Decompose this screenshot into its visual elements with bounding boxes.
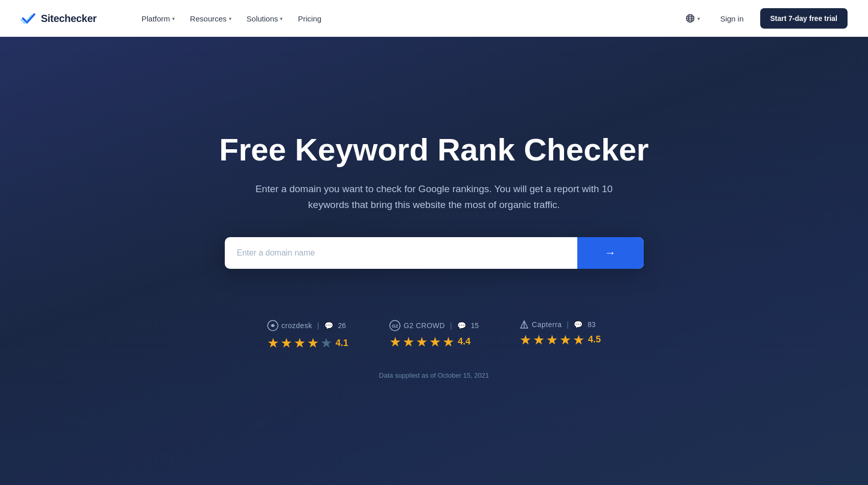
g2crowd-rating: G2 G2 CROWD | 💬 15 ★ ★ ★ ★ ★ 4.4 (389, 320, 479, 349)
nav-item-platform[interactable]: Platform ▾ (135, 10, 181, 27)
crozdesk-rating: crozdesk | 💬 26 ★ ★ ★ ★ ★ 4.1 (267, 320, 348, 351)
nav-item-solutions[interactable]: Solutions ▾ (241, 10, 289, 27)
capterra-icon (520, 320, 529, 329)
capterra-label: Capterra (532, 320, 561, 329)
logo-icon (20, 12, 37, 25)
logo-link[interactable]: Sitechecker (20, 12, 97, 25)
capterra-score: 4.5 (588, 334, 601, 345)
globe-chevron-icon: ▾ (697, 16, 700, 21)
g2crowd-icon: G2 (389, 320, 401, 331)
sign-in-link[interactable]: Sign in (714, 10, 750, 27)
ratings-section: crozdesk | 💬 26 ★ ★ ★ ★ ★ 4.1 (267, 320, 601, 351)
divider-2: | (450, 321, 452, 330)
capterra-header: Capterra | 💬 83 (520, 320, 596, 329)
nav-menu: Platform ▾ Resources ▾ Solutions ▾ Prici… (115, 0, 348, 37)
domain-search-input[interactable] (225, 237, 577, 269)
platform-chevron-icon: ▾ (172, 16, 175, 21)
capterra-rating: Capterra | 💬 83 ★ ★ ★ ★ ★ 4.5 (520, 320, 601, 347)
search-form: → (225, 237, 644, 269)
hero-subtitle: Enter a domain you want to check for Goo… (240, 181, 628, 213)
nav-item-pricing[interactable]: Pricing (292, 10, 327, 27)
g2crowd-header: G2 G2 CROWD | 💬 15 (389, 320, 479, 331)
g2crowd-logo: G2 G2 CROWD (389, 320, 445, 331)
crozdesk-review-count: 26 (338, 321, 346, 330)
divider-3: | (567, 320, 569, 329)
crozdesk-score: 4.1 (336, 338, 348, 349)
nav-right: ▾ Sign in Start 7-day free trial (681, 8, 848, 29)
crozdesk-logo: crozdesk (267, 320, 312, 331)
g2crowd-score: 4.4 (458, 336, 471, 347)
crozdesk-header: crozdesk | 💬 26 (267, 320, 346, 331)
hero-title: Free Keyword Rank Checker (219, 132, 649, 167)
globe-icon (685, 13, 695, 24)
g2crowd-stars: ★ ★ ★ ★ ★ 4.4 (389, 335, 471, 349)
comment-icon-1: 💬 (324, 321, 333, 330)
language-selector[interactable]: ▾ (681, 10, 704, 27)
g2crowd-review-count: 15 (471, 321, 479, 330)
data-note: Data supplied as of October 15, 2021 (379, 372, 489, 379)
comment-icon-3: 💬 (574, 320, 582, 329)
resources-chevron-icon: ▾ (229, 16, 231, 21)
comment-icon-2: 💬 (457, 321, 466, 330)
logo-text: Sitechecker (41, 13, 97, 25)
start-trial-button[interactable]: Start 7-day free trial (760, 8, 848, 29)
crozdesk-stars: ★ ★ ★ ★ ★ 4.1 (267, 335, 348, 351)
capterra-review-count: 83 (588, 320, 596, 329)
crozdesk-icon (267, 320, 278, 331)
solutions-chevron-icon: ▾ (280, 16, 283, 21)
svg-text:G2: G2 (392, 324, 398, 329)
capterra-logo: Capterra (520, 320, 561, 329)
g2crowd-label: G2 CROWD (404, 321, 445, 330)
nav-left: Sitechecker Platform ▾ Resources ▾ Solut… (20, 0, 348, 37)
search-button[interactable]: → (577, 237, 644, 269)
nav-item-resources[interactable]: Resources ▾ (184, 10, 238, 27)
hero-section: Free Keyword Rank Checker Enter a domain… (0, 37, 868, 485)
crozdesk-label: crozdesk (281, 321, 312, 330)
divider-1: | (317, 321, 319, 330)
capterra-stars: ★ ★ ★ ★ ★ 4.5 (520, 333, 601, 347)
arrow-right-icon: → (605, 246, 616, 260)
navigation: Sitechecker Platform ▾ Resources ▾ Solut… (0, 0, 868, 37)
